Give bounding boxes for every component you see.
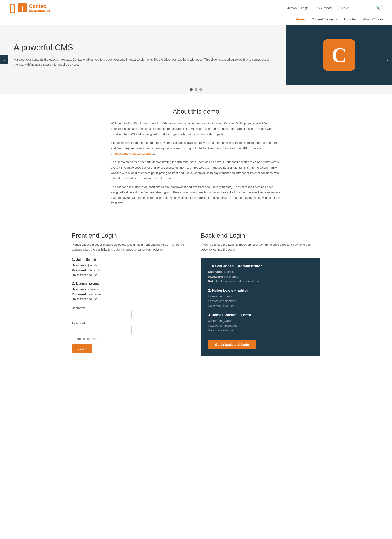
remember-me-row: Remember me: [72, 337, 191, 341]
slider-dot-1[interactable]: [190, 88, 193, 91]
frontend-login-desc: Please choose a set of credentials below…: [72, 242, 191, 252]
frontend-user-2: 2. Donna Evans Username: d.evans Passwor…: [72, 282, 191, 301]
backend-user-2-info: Username: h.lewis Password: helenlewis R…: [208, 294, 313, 308]
slider-dot-2[interactable]: [195, 88, 197, 91]
backend-user-3-info: Username: j.wilson Password: jameswilson…: [208, 319, 313, 333]
backend-user-1: 1. Kevin Jones – Administrator Username:…: [208, 264, 313, 284]
backend-login-title: Back end Login: [201, 232, 320, 239]
about-para-1: Welcome to the official demo website of …: [111, 121, 281, 137]
logo-area: [] [ Contao OFFICIAL DEMO: [9, 3, 50, 13]
frontend-login-form: Username Password Remember me Login: [72, 306, 191, 353]
slider-logo: C: [323, 39, 355, 71]
remember-me-label: Remember me: [77, 337, 97, 341]
frontend-login-button[interactable]: Login: [72, 344, 92, 353]
about-para-4: The scenario includes three back end use…: [111, 184, 281, 206]
password-field-group: Password: [72, 322, 191, 334]
slider-next-button[interactable]: ›: [384, 55, 392, 64]
nav-about-contao[interactable]: About Contao: [363, 18, 383, 23]
backend-login-desc: If you like to see the administration pa…: [201, 242, 320, 252]
slider-body: Manage your contents the easy/simple way…: [14, 57, 272, 67]
frontend-user-2-name: 2. Donna Evans: [72, 282, 191, 286]
nav-home[interactable]: Home: [296, 18, 305, 23]
logo-bracket-icon: []: [9, 3, 16, 13]
backend-user-3: 3. James Wilson – Editor Username: j.wil…: [208, 313, 313, 333]
contao-url-link[interactable]: https://demo.contao.org/contao: [112, 152, 153, 155]
slider-image-panel: C: [286, 25, 392, 85]
backend-panel: 1. Kevin Jones – Administrator Username:…: [201, 258, 320, 356]
backend-user-2-name: 2. Helen Lewis – Editor: [208, 289, 313, 293]
logo-official: OFFICIAL DEMO: [29, 10, 50, 12]
nav-modules[interactable]: Modules: [344, 18, 356, 23]
frontend-user-2-info: Username: d.evans Password: donnaevans R…: [72, 287, 191, 301]
about-section: About this demo Welcome to the official …: [106, 94, 286, 223]
frontend-user-1: 1. John Smith Username: j.smith Password…: [72, 258, 191, 277]
backend-login-section: Back end Login If you like to see the ad…: [201, 232, 320, 356]
slider-prev-button[interactable]: ‹: [0, 55, 8, 64]
login-wrapper: Front end Login Please choose a set of c…: [58, 223, 334, 370]
username-label: Username: [72, 306, 191, 310]
backend-user-1-info: Username: k.jones Password: kevinjones R…: [208, 270, 313, 284]
main-nav: Home Content Elements Modules About Cont…: [9, 16, 383, 25]
site-header: [] [ Contao OFFICIAL DEMO Sitemap Login …: [0, 0, 392, 25]
search-button[interactable]: 🔍: [376, 6, 380, 10]
backend-login-button[interactable]: Go to back end login: [208, 340, 256, 349]
login-link[interactable]: Login: [301, 6, 309, 10]
svg-text:[: [: [21, 4, 24, 12]
header-links: Sitemap Login ⏐ RSS Reader 🔍: [286, 5, 383, 11]
remember-me-checkbox[interactable]: [72, 337, 75, 340]
backend-user-3-name: 3. James Wilson – Editor: [208, 313, 313, 317]
frontend-login-section: Front end Login Please choose a set of c…: [72, 232, 191, 356]
password-input[interactable]: [72, 326, 132, 334]
backend-user-2: 2. Helen Lewis – Editor Username: h.lewi…: [208, 289, 313, 308]
logo-name: Contao: [29, 3, 50, 9]
slider-dot-3[interactable]: [199, 88, 202, 91]
sitemap-link[interactable]: Sitemap: [286, 6, 297, 10]
nav-content-elements[interactable]: Content Elements: [311, 18, 337, 23]
logo-icon: [: [18, 3, 28, 13]
about-para-3: This demo contains a scenario demonstrat…: [111, 159, 281, 181]
hero-slider: A powerful CMS Manage your contents the …: [0, 25, 392, 94]
password-label: Password: [72, 322, 191, 325]
backend-user-1-name: 1. Kevin Jones – Administrator: [208, 264, 313, 268]
rss-link[interactable]: ⏐ RSS Reader: [313, 6, 332, 10]
username-input[interactable]: [72, 311, 132, 318]
rss-icon: ⏐: [313, 6, 315, 10]
about-title: About this demo: [111, 108, 281, 115]
search-box: 🔍: [337, 5, 383, 11]
slider-logo-letter: C: [332, 43, 347, 67]
frontend-user-1-info: Username: j.smith Password: johnsmith Ro…: [72, 263, 191, 277]
slider-title: A powerful CMS: [14, 43, 272, 53]
frontend-login-title: Front end Login: [72, 232, 191, 239]
search-input[interactable]: [340, 6, 374, 10]
about-para-2: Like many other content management syste…: [111, 140, 281, 156]
username-field-group: Username: [72, 306, 191, 318]
slider-dots: [0, 85, 392, 94]
slider-text-panel: A powerful CMS Manage your contents the …: [0, 25, 286, 85]
frontend-user-1-name: 1. John Smith: [72, 258, 191, 262]
